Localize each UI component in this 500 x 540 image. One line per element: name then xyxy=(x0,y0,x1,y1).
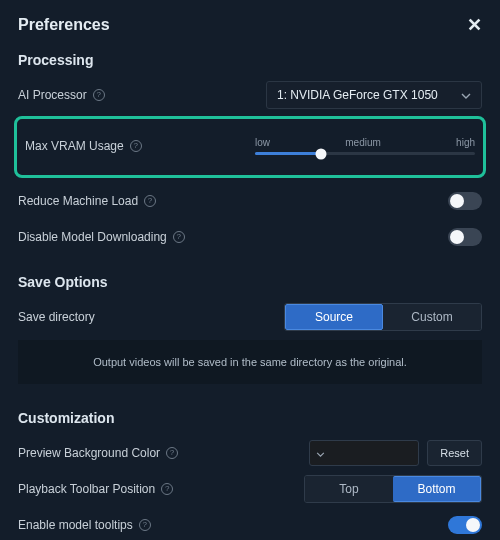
help-icon[interactable]: ? xyxy=(93,89,105,101)
section-title-save: Save Options xyxy=(18,274,482,290)
preferences-pane: Preferences ✕ Processing AI Processor ? … xyxy=(0,0,500,540)
help-icon[interactable]: ? xyxy=(161,483,173,495)
vram-slider[interactable]: low medium high xyxy=(255,137,475,155)
row-model-tooltips: Enable model tooltips ? xyxy=(18,510,482,540)
slider-ticks: low medium high xyxy=(255,137,475,148)
slider-fill xyxy=(255,152,321,155)
help-icon[interactable]: ? xyxy=(139,519,151,531)
save-dir-label: Save directory xyxy=(18,310,95,324)
row-toolbar-position: Playback Toolbar Position ? Top Bottom xyxy=(18,474,482,504)
toolbar-pos-label: Playback Toolbar Position ? xyxy=(18,482,173,496)
select-value: 1: NVIDIA GeForce GTX 1050 xyxy=(277,88,438,102)
row-reduce-load: Reduce Machine Load ? xyxy=(18,186,482,216)
label-text: Max VRAM Usage xyxy=(25,139,124,153)
seg-custom[interactable]: Custom xyxy=(383,304,481,330)
label-text: Disable Model Downloading xyxy=(18,230,167,244)
reset-button[interactable]: Reset xyxy=(427,440,482,466)
tick-high: high xyxy=(456,137,475,148)
max-vram-label: Max VRAM Usage ? xyxy=(25,139,142,153)
row-ai-processor: AI Processor ? 1: NVIDIA GeForce GTX 105… xyxy=(18,80,482,110)
slider-track[interactable] xyxy=(255,152,475,155)
row-save-directory: Save directory Source Custom xyxy=(18,302,482,332)
row-bg-color: Preview Background Color ? Reset xyxy=(18,438,482,468)
reduce-load-label: Reduce Machine Load ? xyxy=(18,194,156,208)
tick-medium: medium xyxy=(345,137,381,148)
help-icon[interactable]: ? xyxy=(173,231,185,243)
row-max-vram: Max VRAM Usage ? low medium high xyxy=(25,131,475,161)
bg-color-controls: Reset xyxy=(309,440,482,466)
help-icon[interactable]: ? xyxy=(130,140,142,152)
save-dir-segmented: Source Custom xyxy=(284,303,482,331)
disable-download-toggle[interactable] xyxy=(448,228,482,246)
seg-source[interactable]: Source xyxy=(285,304,383,330)
tooltips-toggle[interactable] xyxy=(448,516,482,534)
ai-processor-label: AI Processor ? xyxy=(18,88,105,102)
header: Preferences ✕ xyxy=(18,14,482,36)
save-info: Output videos will be saved in the same … xyxy=(18,340,482,384)
ai-processor-select[interactable]: 1: NVIDIA GeForce GTX 1050 xyxy=(266,81,482,109)
section-title-processing: Processing xyxy=(18,52,482,68)
bg-color-label: Preview Background Color ? xyxy=(18,446,178,460)
help-icon[interactable]: ? xyxy=(166,447,178,459)
tick-low: low xyxy=(255,137,270,148)
close-icon[interactable]: ✕ xyxy=(467,14,482,36)
toolbar-pos-segmented: Top Bottom xyxy=(304,475,482,503)
chevron-down-icon xyxy=(461,88,471,102)
disable-download-label: Disable Model Downloading ? xyxy=(18,230,185,244)
row-disable-download: Disable Model Downloading ? xyxy=(18,222,482,252)
label-text: AI Processor xyxy=(18,88,87,102)
label-text: Save directory xyxy=(18,310,95,324)
label-text: Reduce Machine Load xyxy=(18,194,138,208)
label-text: Preview Background Color xyxy=(18,446,160,460)
chevron-down-icon xyxy=(316,446,325,460)
seg-top[interactable]: Top xyxy=(305,476,393,502)
label-text: Playback Toolbar Position xyxy=(18,482,155,496)
tooltips-label: Enable model tooltips ? xyxy=(18,518,151,532)
label-text: Enable model tooltips xyxy=(18,518,133,532)
bg-color-picker[interactable] xyxy=(309,440,419,466)
slider-thumb[interactable] xyxy=(316,148,327,159)
vram-highlight: Max VRAM Usage ? low medium high xyxy=(14,116,486,178)
help-icon[interactable]: ? xyxy=(144,195,156,207)
window-title: Preferences xyxy=(18,16,110,34)
seg-bottom[interactable]: Bottom xyxy=(393,476,481,502)
section-title-customization: Customization xyxy=(18,410,482,426)
reduce-load-toggle[interactable] xyxy=(448,192,482,210)
